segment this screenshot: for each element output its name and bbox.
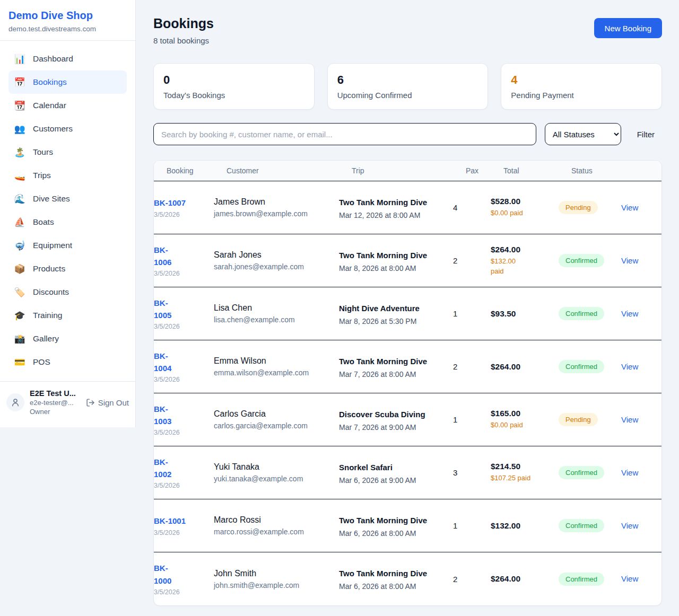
booking-id-link[interactable]: BK-1000	[154, 562, 171, 587]
booking-id-link[interactable]: BK-1003	[154, 403, 171, 428]
paid-amount: $0.00 paid	[491, 420, 559, 430]
customer-name: Carlos Garcia	[214, 409, 339, 419]
camera-icon: 📸	[14, 333, 25, 345]
column-header-status: Status	[571, 166, 634, 175]
boat-icon: 🚤	[14, 170, 25, 181]
page-subtitle: 8 total bookings	[153, 36, 214, 45]
view-cell: View	[621, 203, 661, 213]
trip-datetime: Mar 6, 2026 at 8:00 AM	[339, 582, 453, 591]
sidebar-item-dive-sites[interactable]: 🌊Dive Sites	[8, 187, 127, 210]
view-cell: View	[621, 256, 661, 266]
sidebar: Demo Dive Shop demo.test.divestreams.com…	[0, 0, 136, 427]
total-cell: $264.00	[491, 574, 559, 584]
status-badge: Confirmed	[559, 519, 604, 532]
sidebar-item-discounts[interactable]: 🏷️Discounts	[8, 280, 127, 304]
trip-datetime: Mar 8, 2026 at 8:00 AM	[339, 264, 453, 272]
trip-cell: Night Dive AdventureMar 8, 2026 at 5:30 …	[339, 302, 453, 325]
sidebar-item-equipment[interactable]: 🤿Equipment	[8, 234, 127, 257]
calendar-icon: 📅	[14, 77, 25, 88]
view-link[interactable]: View	[621, 521, 638, 530]
view-link[interactable]: View	[621, 468, 638, 477]
view-link[interactable]: View	[621, 203, 638, 212]
customer-email: carlos.garcia@example.com	[214, 421, 339, 430]
sidebar-item-pos[interactable]: 💳POS	[8, 350, 127, 374]
booking-id-link[interactable]: BK-1001	[154, 515, 186, 527]
trip-cell: Two Tank Morning DiveMar 6, 2026 at 8:00…	[339, 514, 453, 538]
filter-button[interactable]: Filter	[630, 130, 662, 139]
sidebar-item-products[interactable]: 📦Products	[8, 257, 127, 280]
booking-id-link[interactable]: BK-1005	[154, 297, 171, 322]
diving-mask-icon: 🤿	[14, 240, 25, 251]
booking-cell: BK-10063/5/2026	[154, 244, 214, 278]
pax-value: 4	[453, 203, 491, 212]
filter-row: All Statuses Filter	[153, 123, 662, 145]
total-amount: $264.00	[491, 574, 559, 584]
sidebar-item-calendar[interactable]: 📆Calendar	[8, 94, 127, 117]
view-cell: View	[621, 468, 661, 478]
view-cell: View	[621, 309, 661, 319]
pax-value: 1	[453, 415, 491, 424]
table-row: BK-10053/5/2026Lisa Chenlisa.chen@exampl…	[154, 287, 661, 340]
trip-datetime: Mar 6, 2026 at 9:00 AM	[339, 476, 453, 485]
customer-name: Marco Rossi	[214, 515, 339, 525]
sidebar-item-label: POS	[33, 357, 50, 367]
search-input[interactable]	[153, 123, 536, 145]
table-row: BK-10013/5/2026Marco Rossimarco.rossi@ex…	[154, 499, 661, 552]
view-link[interactable]: View	[621, 415, 638, 424]
booking-id-link[interactable]: BK-1002	[154, 456, 171, 481]
pax-value: 2	[453, 256, 491, 265]
view-link[interactable]: View	[621, 309, 638, 318]
customer-name: John Smith	[214, 569, 339, 578]
status-badge: Confirmed	[559, 466, 604, 479]
view-link[interactable]: View	[621, 574, 638, 583]
pax-value: 3	[453, 468, 491, 477]
sidebar-item-customers[interactable]: 👥Customers	[8, 117, 127, 140]
user-footer: E2E Test U... e2e-tester@... Owner Sign …	[0, 381, 135, 424]
table-row: BK-10073/5/2026James Brownjames.brown@ex…	[154, 181, 661, 234]
package-icon: 📦	[14, 263, 25, 275]
booking-date: 3/5/2026	[154, 376, 214, 383]
sidebar-item-label: Boats	[33, 217, 54, 227]
customer-email: marco.rossi@example.com	[214, 527, 339, 536]
booking-id-link[interactable]: BK-1006	[154, 244, 171, 269]
view-link[interactable]: View	[621, 362, 638, 371]
sidebar-item-gallery[interactable]: 📸Gallery	[8, 327, 127, 350]
sidebar-item-label: Trips	[33, 171, 51, 180]
status-filter-select[interactable]: All Statuses	[545, 123, 621, 145]
sidebar-item-trips[interactable]: 🚤Trips	[8, 164, 127, 187]
credit-card-icon: 💳	[14, 357, 25, 368]
status-badge: Confirmed	[559, 307, 604, 320]
sidebar-item-training[interactable]: 🎓Training	[8, 304, 127, 327]
sign-out-icon	[86, 398, 95, 407]
person-icon	[11, 398, 20, 407]
status-badge: Confirmed	[559, 360, 604, 373]
sidebar-item-label: Dive Sites	[33, 194, 70, 204]
view-link[interactable]: View	[621, 256, 638, 265]
sidebar-item-bookings[interactable]: 📅Bookings	[8, 71, 127, 94]
sidebar-item-tours[interactable]: 🏝️Tours	[8, 140, 127, 164]
sidebar-item-boats[interactable]: ⛵Boats	[8, 210, 127, 234]
trip-name: Night Dive Adventure	[339, 302, 430, 315]
customer-email: lisa.chen@example.com	[214, 315, 339, 324]
trip-datetime: Mar 6, 2026 at 8:00 AM	[339, 529, 453, 538]
status-cell: Pending	[559, 413, 621, 426]
customer-name: Lisa Chen	[214, 303, 339, 313]
column-header-trip: Trip	[352, 166, 466, 175]
table-row: BK-10023/5/2026Yuki Tanakayuki.tanaka@ex…	[154, 446, 661, 499]
sidebar-item-dashboard[interactable]: 📊Dashboard	[8, 47, 127, 71]
sign-out-button[interactable]: Sign Out	[86, 398, 129, 407]
booking-id-link[interactable]: BK-1004	[154, 350, 171, 375]
booking-date: 3/5/2026	[154, 588, 214, 596]
stats-row: 0 Today's Bookings 6 Upcoming Confirmed …	[153, 63, 662, 110]
customer-email: james.brown@example.com	[214, 209, 339, 218]
customer-email: yuki.tanaka@example.com	[214, 474, 339, 483]
status-badge: Pending	[559, 413, 598, 426]
booking-id-link[interactable]: BK-1007	[154, 197, 186, 209]
page-header: Bookings 8 total bookings New Booking	[153, 16, 662, 45]
bar-chart-icon: 📊	[14, 54, 25, 65]
total-amount: $214.50	[491, 462, 559, 471]
view-cell: View	[621, 521, 661, 531]
status-badge: Confirmed	[559, 254, 604, 267]
stat-card-todays-bookings: 0 Today's Bookings	[153, 63, 315, 110]
new-booking-button[interactable]: New Booking	[594, 18, 662, 38]
